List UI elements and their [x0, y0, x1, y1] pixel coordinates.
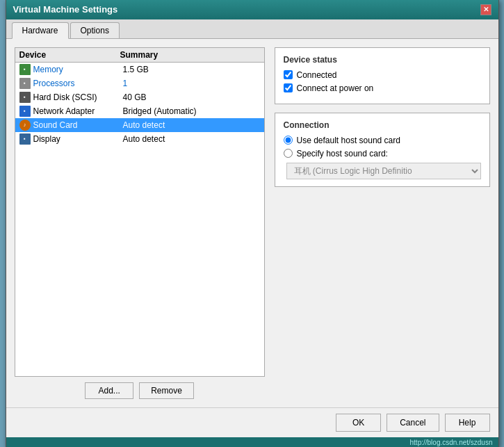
connected-checkbox[interactable] — [284, 70, 293, 79]
tab-hardware[interactable]: Hardware — [12, 22, 69, 39]
connected-label: Connected — [297, 70, 337, 80]
main-content: Device Summary ▪ Memory 1.5 GB ▪ Process… — [6, 39, 498, 407]
device-summary-memory: 1.5 GB — [123, 65, 260, 74]
device-summary-sound: Auto detect — [123, 120, 260, 130]
window-title: Virtual Machine Settings — [13, 4, 118, 15]
cpu-icon: ▪ — [19, 78, 31, 89]
device-summary-processors: 1 — [123, 79, 260, 88]
tab-bar: Hardware Options — [6, 19, 498, 39]
help-button[interactable]: Help — [445, 414, 490, 432]
add-button[interactable]: Add... — [85, 382, 133, 399]
hdd-icon: ▪ — [19, 92, 31, 103]
table-row[interactable]: ▪ Hard Disk (SCSI) 40 GB — [15, 90, 264, 104]
table-row[interactable]: ▪ Network Adapter Bridged (Automatic) — [15, 104, 264, 118]
connected-row: Connected — [284, 70, 481, 80]
device-name-display: Display — [33, 134, 123, 144]
use-default-radio[interactable] — [284, 136, 293, 145]
right-panel: Device status Connected Connect at power… — [275, 47, 490, 399]
table-row[interactable]: ▪ Memory 1.5 GB — [15, 63, 264, 76]
display-icon: ▪ — [19, 133, 31, 145]
title-bar: Virtual Machine Settings ✕ — [6, 0, 498, 19]
footer: OK Cancel Help — [6, 407, 498, 437]
device-summary-display: Auto detect — [123, 134, 260, 144]
tab-options[interactable]: Options — [70, 22, 120, 38]
connection-title: Connection — [284, 120, 481, 130]
table-header: Device Summary — [15, 48, 264, 63]
use-default-row: Use default host sound card — [284, 136, 481, 145]
connection-section: Connection Use default host sound card S… — [275, 113, 490, 187]
title-bar-buttons: ✕ — [480, 4, 491, 15]
specify-row: Specify host sound card: — [284, 149, 481, 159]
device-name-sound: Sound Card — [33, 120, 123, 130]
device-name-memory: Memory — [33, 65, 123, 74]
left-panel: Device Summary ▪ Memory 1.5 GB ▪ Process… — [15, 47, 265, 399]
specify-radio[interactable] — [284, 149, 293, 158]
device-name-network: Network Adapter — [33, 106, 123, 116]
sound-card-dropdown[interactable]: 耳机 (Cirrus Logic High Definitio — [286, 163, 481, 179]
memory-icon: ▪ — [19, 64, 31, 75]
device-status-section: Device status Connected Connect at power… — [275, 47, 490, 104]
remove-button[interactable]: Remove — [139, 382, 194, 399]
ok-button[interactable]: OK — [336, 414, 381, 432]
cancel-button[interactable]: Cancel — [387, 414, 439, 432]
power-on-checkbox[interactable] — [284, 83, 293, 92]
close-button[interactable]: ✕ — [480, 4, 491, 15]
table-row[interactable]: ♪ Sound Card Auto detect — [15, 118, 264, 132]
table-actions: Add... Remove — [15, 382, 265, 399]
device-summary-hdd: 40 GB — [123, 92, 260, 102]
device-name-hdd: Hard Disk (SCSI) — [33, 92, 123, 102]
use-default-label: Use default host sound card — [297, 136, 400, 145]
device-name-processors: Processors — [33, 79, 123, 88]
sound-icon: ♪ — [19, 120, 31, 131]
col-summary-header: Summary — [120, 50, 260, 60]
power-on-row: Connect at power on — [284, 83, 481, 93]
specify-label: Specify host sound card: — [297, 149, 388, 159]
power-on-label: Connect at power on — [297, 83, 374, 93]
url-bar: http://blog.csdn.net/szdusn — [6, 437, 498, 448]
table-row[interactable]: ▪ Processors 1 — [15, 76, 264, 90]
virtual-machine-settings-window: Virtual Machine Settings ✕ Hardware Opti… — [6, 0, 499, 447]
col-device-header: Device — [19, 50, 120, 60]
table-row[interactable]: ▪ Display Auto detect — [15, 132, 264, 146]
device-status-title: Device status — [284, 55, 481, 65]
device-summary-network: Bridged (Automatic) — [123, 106, 260, 116]
sound-card-dropdown-row: 耳机 (Cirrus Logic High Definitio — [286, 163, 481, 179]
device-table: Device Summary ▪ Memory 1.5 GB ▪ Process… — [15, 47, 265, 377]
network-icon: ▪ — [19, 106, 31, 117]
